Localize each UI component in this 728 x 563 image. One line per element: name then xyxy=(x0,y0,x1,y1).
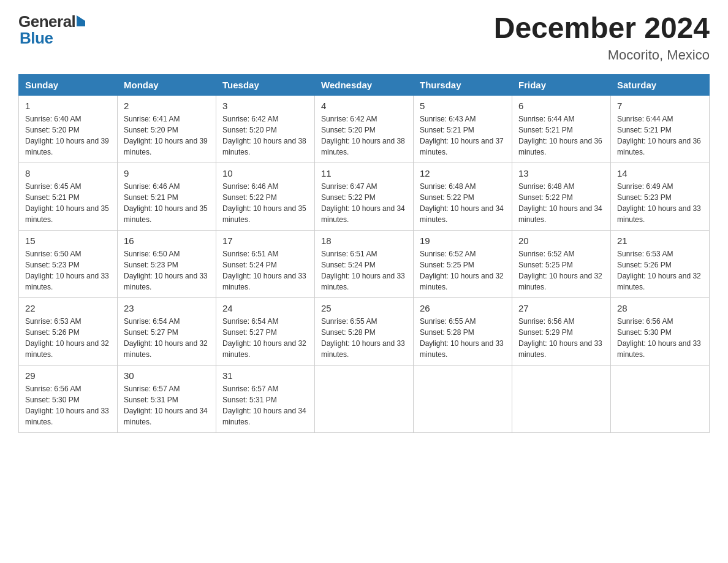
day-number: 22 xyxy=(25,303,111,313)
calendar-cell: 16Sunrise: 6:50 AMSunset: 5:23 PMDayligh… xyxy=(118,230,216,297)
col-header-monday: Monday xyxy=(118,74,216,95)
calendar-cell: 31Sunrise: 6:57 AMSunset: 5:31 PMDayligh… xyxy=(216,365,315,432)
calendar-cell: 22Sunrise: 6:53 AMSunset: 5:26 PMDayligh… xyxy=(19,297,118,365)
day-info: Sunrise: 6:53 AMSunset: 5:26 PMDaylight:… xyxy=(617,248,703,293)
day-number: 30 xyxy=(124,370,210,381)
logo-triangle-icon xyxy=(77,15,85,26)
calendar-cell xyxy=(512,365,611,432)
calendar-cell: 15Sunrise: 6:50 AMSunset: 5:23 PMDayligh… xyxy=(19,230,118,297)
day-number: 31 xyxy=(222,370,308,381)
calendar-cell: 4Sunrise: 6:42 AMSunset: 5:20 PMDaylight… xyxy=(315,95,414,163)
logo: General Blue xyxy=(18,12,85,48)
calendar-cell: 25Sunrise: 6:55 AMSunset: 5:28 PMDayligh… xyxy=(315,297,414,365)
day-number: 17 xyxy=(222,236,308,246)
calendar-cell: 7Sunrise: 6:44 AMSunset: 5:21 PMDaylight… xyxy=(611,95,710,163)
day-info: Sunrise: 6:48 AMSunset: 5:22 PMDaylight:… xyxy=(518,181,604,225)
day-info: Sunrise: 6:48 AMSunset: 5:22 PMDaylight:… xyxy=(420,181,506,225)
day-number: 13 xyxy=(518,168,604,178)
day-info: Sunrise: 6:50 AMSunset: 5:23 PMDaylight:… xyxy=(124,248,210,293)
day-info: Sunrise: 6:54 AMSunset: 5:27 PMDaylight:… xyxy=(124,316,210,360)
day-info: Sunrise: 6:56 AMSunset: 5:29 PMDaylight:… xyxy=(518,316,604,360)
calendar-cell: 27Sunrise: 6:56 AMSunset: 5:29 PMDayligh… xyxy=(512,297,611,365)
day-number: 27 xyxy=(518,303,604,313)
calendar-cell: 23Sunrise: 6:54 AMSunset: 5:27 PMDayligh… xyxy=(118,297,216,365)
calendar-week-row: 8Sunrise: 6:45 AMSunset: 5:21 PMDaylight… xyxy=(19,163,710,230)
calendar-cell: 20Sunrise: 6:52 AMSunset: 5:25 PMDayligh… xyxy=(512,230,611,297)
day-number: 21 xyxy=(617,236,703,246)
calendar-cell: 30Sunrise: 6:57 AMSunset: 5:31 PMDayligh… xyxy=(118,365,216,432)
calendar-cell: 5Sunrise: 6:43 AMSunset: 5:21 PMDaylight… xyxy=(414,95,512,163)
day-number: 26 xyxy=(420,303,506,313)
calendar-cell: 21Sunrise: 6:53 AMSunset: 5:26 PMDayligh… xyxy=(611,230,710,297)
calendar-cell: 13Sunrise: 6:48 AMSunset: 5:22 PMDayligh… xyxy=(512,163,611,230)
day-info: Sunrise: 6:57 AMSunset: 5:31 PMDaylight:… xyxy=(124,383,210,427)
col-header-wednesday: Wednesday xyxy=(315,74,414,95)
calendar-cell: 18Sunrise: 6:51 AMSunset: 5:24 PMDayligh… xyxy=(315,230,414,297)
day-number: 8 xyxy=(25,168,111,178)
day-info: Sunrise: 6:56 AMSunset: 5:30 PMDaylight:… xyxy=(617,316,703,360)
col-header-sunday: Sunday xyxy=(19,74,118,95)
day-number: 3 xyxy=(222,101,308,111)
calendar-cell: 3Sunrise: 6:42 AMSunset: 5:20 PMDaylight… xyxy=(216,95,315,163)
calendar-cell: 29Sunrise: 6:56 AMSunset: 5:30 PMDayligh… xyxy=(19,365,118,432)
calendar-cell: 14Sunrise: 6:49 AMSunset: 5:23 PMDayligh… xyxy=(611,163,710,230)
calendar-cell: 6Sunrise: 6:44 AMSunset: 5:21 PMDaylight… xyxy=(512,95,611,163)
col-header-saturday: Saturday xyxy=(611,74,710,95)
day-info: Sunrise: 6:50 AMSunset: 5:23 PMDaylight:… xyxy=(25,248,111,293)
col-header-thursday: Thursday xyxy=(414,74,512,95)
day-number: 23 xyxy=(124,303,210,313)
day-info: Sunrise: 6:52 AMSunset: 5:25 PMDaylight:… xyxy=(518,248,604,293)
day-number: 7 xyxy=(617,101,703,111)
logo-blue-text: Blue xyxy=(20,29,53,48)
calendar-cell: 28Sunrise: 6:56 AMSunset: 5:30 PMDayligh… xyxy=(611,297,710,365)
day-number: 28 xyxy=(617,303,703,313)
day-number: 6 xyxy=(518,101,604,111)
day-number: 29 xyxy=(25,370,111,381)
day-number: 2 xyxy=(124,101,210,111)
day-number: 20 xyxy=(518,236,604,246)
calendar-cell: 26Sunrise: 6:55 AMSunset: 5:28 PMDayligh… xyxy=(414,297,512,365)
day-info: Sunrise: 6:54 AMSunset: 5:27 PMDaylight:… xyxy=(222,316,308,360)
calendar-cell: 11Sunrise: 6:47 AMSunset: 5:22 PMDayligh… xyxy=(315,163,414,230)
calendar-cell xyxy=(315,365,414,432)
day-info: Sunrise: 6:46 AMSunset: 5:22 PMDaylight:… xyxy=(222,181,308,225)
day-number: 11 xyxy=(321,168,407,178)
calendar-week-row: 29Sunrise: 6:56 AMSunset: 5:30 PMDayligh… xyxy=(19,365,710,432)
day-info: Sunrise: 6:49 AMSunset: 5:23 PMDaylight:… xyxy=(617,181,703,225)
calendar-cell: 2Sunrise: 6:41 AMSunset: 5:20 PMDaylight… xyxy=(118,95,216,163)
calendar-week-row: 22Sunrise: 6:53 AMSunset: 5:26 PMDayligh… xyxy=(19,297,710,365)
day-info: Sunrise: 6:44 AMSunset: 5:21 PMDaylight:… xyxy=(518,113,604,158)
calendar-cell: 1Sunrise: 6:40 AMSunset: 5:20 PMDaylight… xyxy=(19,95,118,163)
subtitle: Mocorito, Mexico xyxy=(494,47,710,63)
page-header: General Blue December 2024 Mocorito, Mex… xyxy=(18,12,710,63)
day-info: Sunrise: 6:47 AMSunset: 5:22 PMDaylight:… xyxy=(321,181,407,225)
day-info: Sunrise: 6:41 AMSunset: 5:20 PMDaylight:… xyxy=(124,113,210,158)
day-number: 25 xyxy=(321,303,407,313)
col-header-friday: Friday xyxy=(512,74,611,95)
day-info: Sunrise: 6:57 AMSunset: 5:31 PMDaylight:… xyxy=(222,383,308,427)
day-info: Sunrise: 6:53 AMSunset: 5:26 PMDaylight:… xyxy=(25,316,111,360)
calendar-cell: 19Sunrise: 6:52 AMSunset: 5:25 PMDayligh… xyxy=(414,230,512,297)
day-info: Sunrise: 6:55 AMSunset: 5:28 PMDaylight:… xyxy=(321,316,407,360)
day-info: Sunrise: 6:40 AMSunset: 5:20 PMDaylight:… xyxy=(25,113,111,158)
day-number: 5 xyxy=(420,101,506,111)
calendar-cell: 24Sunrise: 6:54 AMSunset: 5:27 PMDayligh… xyxy=(216,297,315,365)
main-title: December 2024 xyxy=(494,12,710,45)
calendar-week-row: 1Sunrise: 6:40 AMSunset: 5:20 PMDaylight… xyxy=(19,95,710,163)
day-info: Sunrise: 6:42 AMSunset: 5:20 PMDaylight:… xyxy=(321,113,407,158)
day-info: Sunrise: 6:56 AMSunset: 5:30 PMDaylight:… xyxy=(25,383,111,427)
calendar-cell xyxy=(611,365,710,432)
calendar-cell: 12Sunrise: 6:48 AMSunset: 5:22 PMDayligh… xyxy=(414,163,512,230)
day-info: Sunrise: 6:42 AMSunset: 5:20 PMDaylight:… xyxy=(222,113,308,158)
day-info: Sunrise: 6:44 AMSunset: 5:21 PMDaylight:… xyxy=(617,113,703,158)
calendar-header-row: SundayMondayTuesdayWednesdayThursdayFrid… xyxy=(19,74,710,95)
calendar-cell xyxy=(414,365,512,432)
calendar-cell: 9Sunrise: 6:46 AMSunset: 5:21 PMDaylight… xyxy=(118,163,216,230)
col-header-tuesday: Tuesday xyxy=(216,74,315,95)
day-info: Sunrise: 6:55 AMSunset: 5:28 PMDaylight:… xyxy=(420,316,506,360)
day-number: 12 xyxy=(420,168,506,178)
day-number: 14 xyxy=(617,168,703,178)
day-number: 19 xyxy=(420,236,506,246)
title-block: December 2024 Mocorito, Mexico xyxy=(494,12,710,63)
day-info: Sunrise: 6:43 AMSunset: 5:21 PMDaylight:… xyxy=(420,113,506,158)
